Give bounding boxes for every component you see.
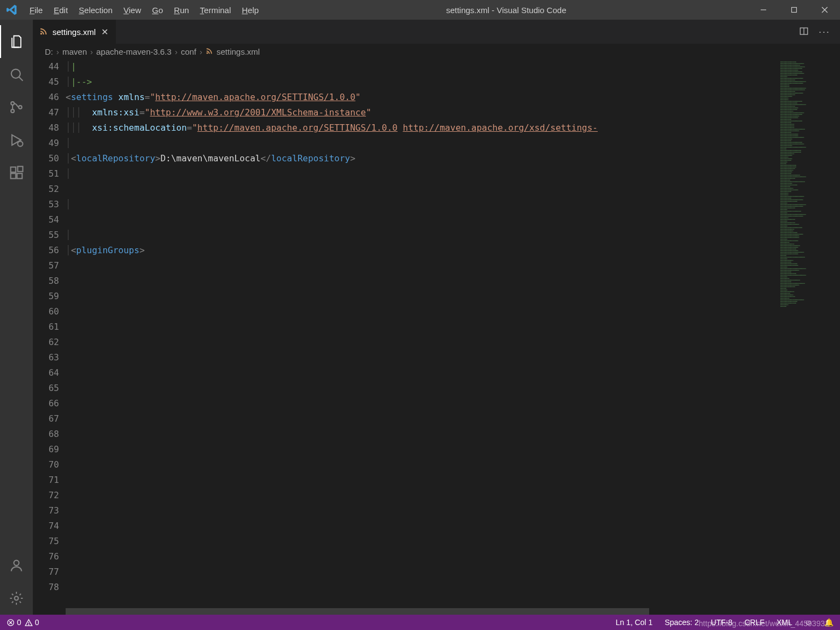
explorer-icon[interactable] [0,25,33,58]
split-editor-icon[interactable] [799,26,809,38]
svg-rect-12 [17,173,22,178]
maximize-button[interactable] [779,7,809,13]
bc-2[interactable]: apache-maven-3.6.3 [96,47,172,56]
settings-gear-icon[interactable] [0,582,33,615]
tab-bar: settings.xml ✕ ··· [33,20,840,44]
svg-point-14 [14,561,19,565]
extensions-icon[interactable] [0,156,33,189]
svg-point-15 [15,597,19,600]
status-spaces[interactable]: Spaces: 2 [664,618,698,627]
bc-0[interactable]: D: [45,47,53,56]
account-icon[interactable] [0,549,33,582]
menu-go[interactable]: Go [147,5,168,15]
minimize-button[interactable] [748,7,779,13]
menu-selection[interactable]: Selection [73,5,118,15]
status-warnings[interactable]: 0 [25,618,39,627]
minimap[interactable]: ▬▬▬▬▬▬▬▬▬▬▬▬▬▬▬▬▬▬▬▬▬▬▬▬▬▬▬▬▬▬▬▬▬▬▬▬▬▬▬▬… [777,59,840,615]
activity-bar [0,20,33,615]
svg-point-8 [19,106,22,109]
menu-run[interactable]: Run [168,5,195,15]
title-bar: File Edit Selection View Go Run Terminal… [0,0,840,20]
search-icon[interactable] [0,58,33,91]
svg-point-9 [18,141,22,146]
svg-point-6 [11,102,14,105]
svg-point-4 [11,69,20,78]
horizontal-scrollbar[interactable] [66,608,777,615]
run-debug-icon[interactable] [0,124,33,156]
svg-rect-13 [18,166,22,171]
rss-icon [206,47,213,56]
menu-help[interactable]: Help [236,5,264,15]
close-icon[interactable]: ✕ [100,27,109,37]
svg-point-19 [206,52,208,54]
svg-rect-10 [11,167,16,172]
vscode-logo-icon [0,4,24,16]
status-ln-col[interactable]: Ln 1, Col 1 [616,618,653,627]
breadcrumb[interactable]: D:› maven› apache-maven-3.6.3› conf› set… [33,44,840,59]
status-errors[interactable]: 0 [7,618,21,627]
tab-settings-xml[interactable]: settings.xml ✕ [33,20,116,44]
close-button[interactable] [809,7,840,13]
menu-view[interactable]: View [118,5,147,15]
rss-icon [39,27,48,37]
svg-rect-11 [11,173,16,178]
watermark-text: https://blog.csdn.net/weixin_44593931 [699,619,829,628]
svg-point-7 [11,109,14,113]
source-control-icon[interactable] [0,91,33,124]
svg-point-16 [40,33,42,34]
menu-terminal[interactable]: Terminal [195,5,237,15]
menu-edit[interactable]: Edit [48,5,73,15]
code-content[interactable]: │| │|--> <settings xmlns="http://maven.a… [66,59,777,615]
bc-3[interactable]: conf [181,47,196,56]
window-title: settings.xml - Visual Studio Code [264,5,748,15]
svg-line-5 [19,77,23,81]
menu-file[interactable]: File [24,5,48,15]
bc-1[interactable]: maven [62,47,87,56]
svg-point-24 [28,624,29,625]
menu-bar: File Edit Selection View Go Run Terminal… [24,5,264,15]
line-number-gutter: 44 45 46 47 48 49 50 51 52 53 54 55 56 5… [33,59,66,615]
editor-area[interactable]: 44 45 46 47 48 49 50 51 52 53 54 55 56 5… [33,59,840,615]
more-actions-icon[interactable]: ··· [819,26,830,38]
svg-rect-1 [792,8,797,13]
bc-4[interactable]: settings.xml [217,47,260,56]
tab-label: settings.xml [52,27,96,37]
